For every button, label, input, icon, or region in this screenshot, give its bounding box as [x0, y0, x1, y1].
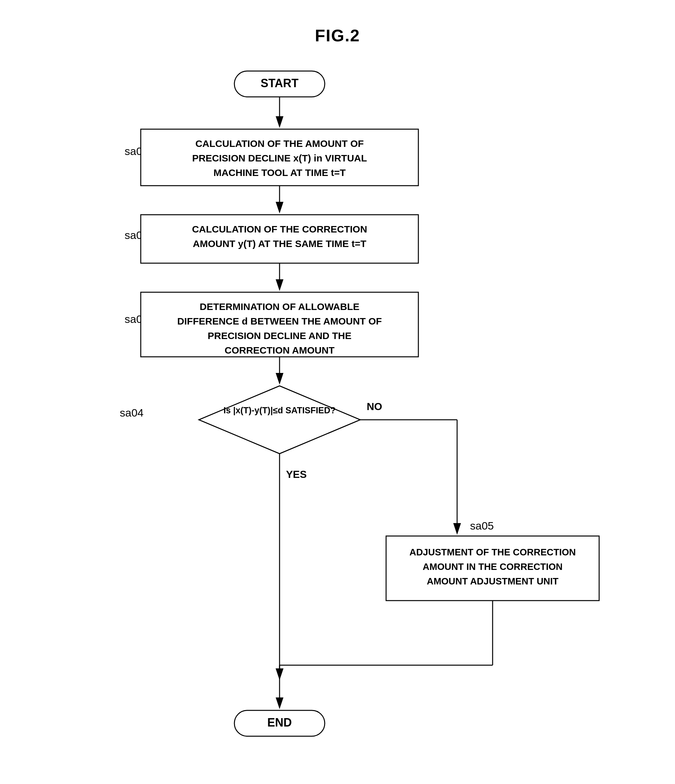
flowchart-diagram: START sa01 CALCULATION OF THE AMOUNT OF …	[63, 52, 612, 762]
svg-text:PRECISION DECLINE AND THE: PRECISION DECLINE AND THE	[208, 330, 351, 341]
svg-text:AMOUNT y(T) AT THE SAME TIME t: AMOUNT y(T) AT THE SAME TIME t=T	[193, 238, 366, 249]
svg-text:CORRECTION AMOUNT: CORRECTION AMOUNT	[224, 345, 334, 356]
svg-text:Is |x(T)-y(T)|≤d SATISFIED?: Is |x(T)-y(T)|≤d SATISFIED?	[223, 406, 335, 415]
svg-text:DETERMINATION OF ALLOWABLE: DETERMINATION OF ALLOWABLE	[199, 301, 359, 312]
no-label: NO	[367, 401, 382, 412]
svg-text:AMOUNT ADJUSTMENT UNIT: AMOUNT ADJUSTMENT UNIT	[426, 576, 558, 586]
svg-text:AMOUNT IN THE CORRECTION: AMOUNT IN THE CORRECTION	[423, 562, 562, 572]
sa02-box: CALCULATION OF THE CORRECTION AMOUNT y(T…	[141, 215, 418, 263]
yes-label: YES	[286, 468, 307, 480]
sa05-box: ADJUSTMENT OF THE CORRECTION AMOUNT IN T…	[386, 536, 599, 600]
page-title: FIG.2	[0, 26, 675, 45]
svg-text:DIFFERENCE d BETWEEN THE AMOUN: DIFFERENCE d BETWEEN THE AMOUNT OF	[177, 316, 382, 327]
svg-text:MACHINE TOOL AT TIME t=T: MACHINE TOOL AT TIME t=T	[213, 167, 346, 178]
svg-text:PRECISION DECLINE x(T) in VIRT: PRECISION DECLINE x(T) in VIRTUAL	[192, 153, 367, 163]
svg-text:START: START	[261, 76, 298, 90]
svg-text:CALCULATION OF THE CORRECTION: CALCULATION OF THE CORRECTION	[192, 224, 367, 235]
sa04-diamond: Is |x(T)-y(T)|≤d SATISFIED?	[199, 386, 360, 454]
start-node: START	[234, 71, 325, 97]
svg-marker-19	[199, 386, 360, 454]
sa05-label: sa05	[470, 520, 494, 532]
end-node: END	[234, 710, 325, 736]
svg-text:ADJUSTMENT OF THE CORRECTION: ADJUSTMENT OF THE CORRECTION	[409, 547, 576, 557]
svg-text:END: END	[267, 716, 291, 729]
sa03-box: DETERMINATION OF ALLOWABLE DIFFERENCE d …	[141, 292, 418, 357]
sa01-box: CALCULATION OF THE AMOUNT OF PRECISION D…	[141, 129, 418, 186]
svg-text:CALCULATION OF THE AMOUNT OF: CALCULATION OF THE AMOUNT OF	[195, 138, 364, 149]
sa04-label: sa04	[120, 406, 144, 419]
